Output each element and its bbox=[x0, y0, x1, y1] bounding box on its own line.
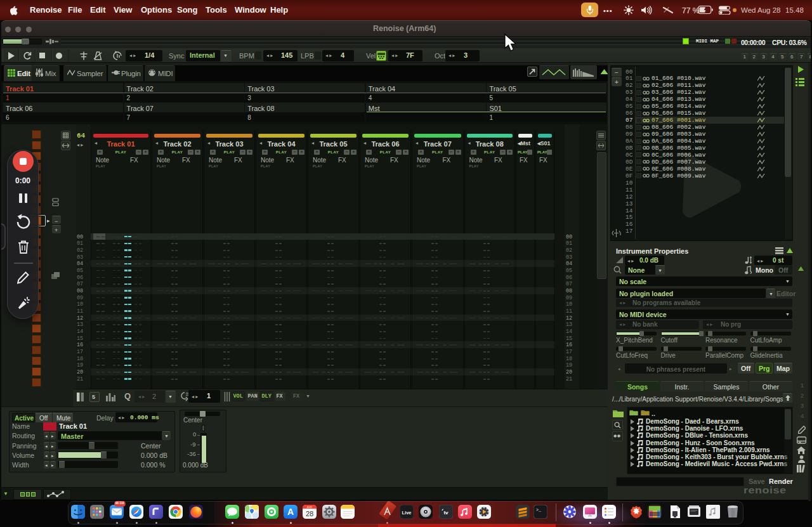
svg-text:tv: tv bbox=[443, 510, 449, 516]
svg-text:>_: >_ bbox=[536, 508, 541, 512]
svg-text:28: 28 bbox=[306, 510, 313, 517]
svg-text:Live: Live bbox=[402, 510, 411, 516]
svg-text:AUG: AUG bbox=[307, 506, 312, 509]
svg-text:A: A bbox=[287, 507, 294, 517]
